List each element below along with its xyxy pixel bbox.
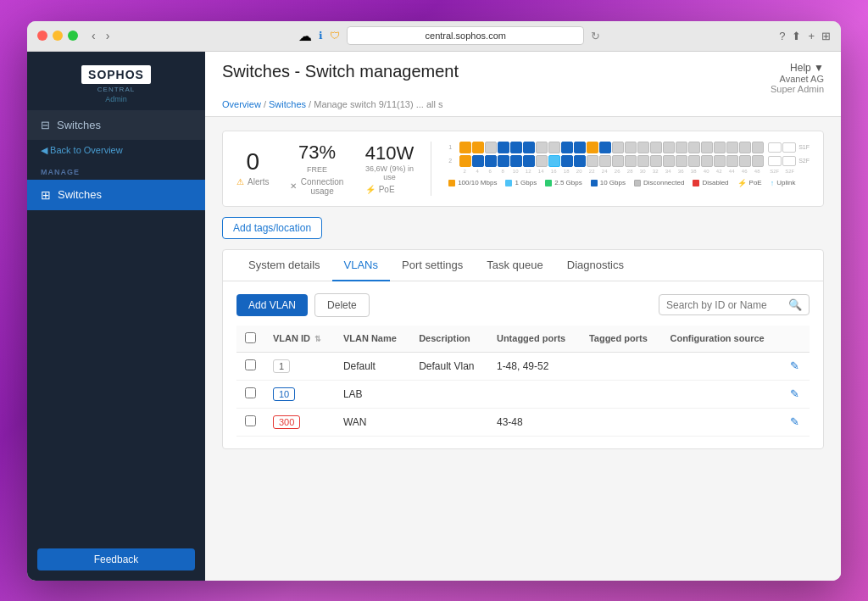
row3-untagged-ports: 43-48 <box>488 408 581 436</box>
row3-edit[interactable]: ✎ <box>782 408 810 436</box>
port-2[interactable] <box>459 155 471 167</box>
port-5[interactable] <box>485 142 497 153</box>
port-44[interactable] <box>726 155 738 167</box>
fullscreen-button[interactable] <box>68 31 78 41</box>
breadcrumb-overview[interactable]: Overview <box>222 99 261 109</box>
port-39[interactable] <box>701 142 713 153</box>
port-33[interactable] <box>663 142 675 153</box>
row2-checkbox[interactable] <box>245 387 256 398</box>
port-41[interactable] <box>714 142 726 153</box>
edit-icon-2[interactable]: ✎ <box>790 387 799 400</box>
port-10[interactable] <box>510 155 522 167</box>
add-vlan-button[interactable]: Add VLAN <box>236 294 308 316</box>
add-tab-icon[interactable]: + <box>808 30 815 42</box>
port-9[interactable] <box>510 142 522 153</box>
tab-port-settings[interactable]: Port settings <box>390 250 475 281</box>
help-menu[interactable]: Help ▼ <box>790 62 824 74</box>
port-8[interactable] <box>498 155 509 167</box>
conn-icon: ✕ <box>290 181 297 191</box>
breadcrumb-switches[interactable]: Switches <box>269 99 306 109</box>
row2-edit[interactable]: ✎ <box>782 380 810 408</box>
extensions-icon[interactable]: ⊞ <box>821 30 831 42</box>
minimize-button[interactable] <box>53 31 63 41</box>
legend-poe: ⚡ PoE <box>737 179 762 187</box>
port-31[interactable] <box>650 142 662 153</box>
port-3[interactable] <box>472 142 484 153</box>
tab-vlans[interactable]: VLANs <box>332 250 390 281</box>
port-40[interactable] <box>701 155 713 167</box>
port-43[interactable] <box>726 142 738 153</box>
port-12[interactable] <box>523 155 535 167</box>
port-s2f-2[interactable] <box>782 156 796 166</box>
port-22[interactable] <box>587 155 598 167</box>
sidebar-item-switches-top[interactable]: ⊟ Switches <box>27 110 205 140</box>
port-s2f-1[interactable] <box>768 156 782 166</box>
select-all-checkbox[interactable] <box>245 332 256 343</box>
port-18[interactable] <box>561 155 573 167</box>
port-11[interactable] <box>523 142 535 153</box>
col-vlan-id[interactable]: VLAN ID ⇅ <box>264 326 335 353</box>
port-48[interactable] <box>752 155 764 167</box>
port-16[interactable] <box>548 155 560 167</box>
port-37[interactable] <box>688 142 700 153</box>
port-36[interactable] <box>676 155 687 167</box>
port-1[interactable] <box>459 142 471 153</box>
port-15[interactable] <box>548 142 560 153</box>
port-s1f-2[interactable] <box>782 142 796 153</box>
port-35[interactable] <box>676 142 687 153</box>
port-s1f[interactable] <box>768 142 782 153</box>
share-icon[interactable]: ⬆ <box>792 30 801 42</box>
port-34[interactable] <box>663 155 675 167</box>
question-icon[interactable]: ? <box>779 30 785 42</box>
feedback-button[interactable]: Feedback <box>37 548 195 570</box>
port-46[interactable] <box>739 155 751 167</box>
tab-system-details[interactable]: System details <box>236 250 332 281</box>
port-47[interactable] <box>752 142 764 153</box>
tab-task-queue[interactable]: Task queue <box>475 250 555 281</box>
port-45[interactable] <box>739 142 751 153</box>
port-20[interactable] <box>574 155 586 167</box>
edit-icon-1[interactable]: ✎ <box>790 359 799 372</box>
port-28[interactable] <box>625 155 637 167</box>
port-6[interactable] <box>485 155 497 167</box>
port-23[interactable] <box>599 142 611 153</box>
add-tags-button[interactable]: Add tags/location <box>222 217 322 239</box>
row3-checkbox[interactable] <box>245 415 256 426</box>
port-30[interactable] <box>637 155 649 167</box>
edit-icon-3[interactable]: ✎ <box>790 415 799 428</box>
port-13[interactable] <box>536 142 548 153</box>
port-42[interactable] <box>714 155 726 167</box>
port-24[interactable] <box>599 155 611 167</box>
port-25[interactable] <box>612 142 624 153</box>
delete-button[interactable]: Delete <box>314 293 370 317</box>
close-button[interactable] <box>37 31 47 41</box>
summary-section: 0 ⚠ Alerts 73% FREE ✕ Connection usag <box>222 131 824 207</box>
vlan-toolbar: Add VLAN Delete 🔍 <box>236 293 810 317</box>
search-icon[interactable]: 🔍 <box>788 298 802 311</box>
port-32[interactable] <box>650 155 662 167</box>
port-21[interactable] <box>587 142 598 153</box>
tab-diagnostics[interactable]: Diagnostics <box>555 250 636 281</box>
port-19[interactable] <box>574 142 586 153</box>
port-7[interactable] <box>498 142 509 153</box>
table-header-row: VLAN ID ⇅ VLAN Name Description Untagged… <box>236 326 810 353</box>
url-input[interactable] <box>347 26 584 45</box>
search-input[interactable] <box>666 299 785 311</box>
port-27[interactable] <box>625 142 637 153</box>
sidebar-item-switches-manage[interactable]: ⊞ Switches <box>27 180 205 210</box>
port-26[interactable] <box>612 155 624 167</box>
sophos-central-label: CENTRAL <box>97 86 135 93</box>
row1-edit[interactable]: ✎ <box>782 352 810 380</box>
logo-area: SOPHOS CENTRAL Admin <box>27 52 205 110</box>
port-14[interactable] <box>536 155 548 167</box>
back-button[interactable]: ‹ <box>88 27 99 44</box>
port-38[interactable] <box>688 155 700 167</box>
sidebar-back-to-overview[interactable]: Back to Overview <box>27 140 205 161</box>
row1-checkbox[interactable] <box>245 359 256 370</box>
port-29[interactable] <box>637 142 649 153</box>
refresh-icon[interactable]: ↻ <box>591 30 600 42</box>
port-17[interactable] <box>561 142 573 153</box>
port-4[interactable] <box>472 155 484 167</box>
forward-button[interactable]: › <box>103 27 114 44</box>
info-icon: ℹ <box>319 30 323 42</box>
